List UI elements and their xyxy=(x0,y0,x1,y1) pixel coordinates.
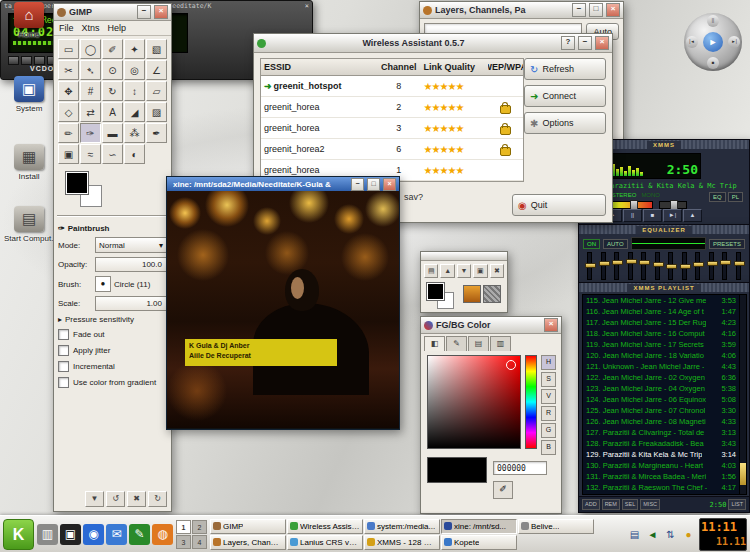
klipper-icon[interactable]: ▤ xyxy=(627,527,642,542)
kmix-icon[interactable]: ◄ xyxy=(645,527,660,542)
expander-arrow-icon[interactable]: ▸ xyxy=(58,315,62,324)
wifi-refresh-button[interactable]: ↻Refresh xyxy=(524,58,606,80)
brush-preview[interactable]: ● xyxy=(95,276,111,292)
menu-file[interactable]: File xyxy=(59,23,74,33)
wifi-network-row[interactable]: greenit_horea3★★★★★ xyxy=(261,118,523,139)
next-button[interactable]: ►| xyxy=(663,209,682,222)
task-button[interactable]: Kopete xyxy=(441,535,517,550)
channel-h-button[interactable]: H xyxy=(541,355,556,370)
firefox-icon[interactable]: ◍ xyxy=(152,524,173,545)
close-icon[interactable]: × xyxy=(154,5,168,19)
wireless-titlebar[interactable]: Wireless Assistant 0.5.7 ? − × xyxy=(254,34,612,53)
channel-v-button[interactable]: V xyxy=(541,389,556,404)
fgbg-titlebar[interactable]: FG/BG Color × xyxy=(421,317,561,334)
raise-layer-button[interactable]: ▲ xyxy=(440,264,454,278)
eq-slider[interactable] xyxy=(695,252,700,280)
lower-layer-button[interactable]: ▼ xyxy=(457,264,471,278)
crop-tool[interactable]: # xyxy=(80,81,101,101)
playlist-item[interactable]: 124. Jean Michel Jarre - 06 Equinox5:08 xyxy=(583,394,739,405)
playlist-titlebar[interactable]: XMMS PLAYLIST xyxy=(579,283,749,292)
delete-options-button[interactable]: ✖ xyxy=(127,491,146,507)
close-icon[interactable]: × xyxy=(305,2,309,10)
dock-titlebar[interactable] xyxy=(421,252,507,261)
seek-fwd-button[interactable]: ►| xyxy=(728,36,740,48)
eq-slider[interactable] xyxy=(668,252,673,280)
duplicate-layer-button[interactable]: ▣ xyxy=(473,264,487,278)
hex-color-input[interactable]: 000000 xyxy=(493,461,547,475)
perspective-tool[interactable]: ◇ xyxy=(58,102,79,122)
menu-help[interactable]: Help xyxy=(108,23,127,33)
ink-tool[interactable]: ✒ xyxy=(146,123,167,143)
pause-button[interactable]: || xyxy=(707,15,719,27)
close-icon[interactable]: × xyxy=(544,318,558,332)
checkbox[interactable] xyxy=(58,345,69,356)
playlist-item[interactable]: 130. Parazitii & Margineanu - Heart4:03 xyxy=(583,460,739,471)
show-desktop-icon[interactable]: ▥ xyxy=(37,524,58,545)
checkbox[interactable] xyxy=(58,377,69,388)
playlist-item[interactable]: 127. Parazitii & Clivaringz - Total de3:… xyxy=(583,427,739,438)
eyedropper-button[interactable]: ✐ xyxy=(493,481,513,499)
eq-slider[interactable] xyxy=(682,252,687,280)
eq-slider[interactable] xyxy=(601,252,606,280)
wifi-network-row[interactable]: greenit_horea26★★★★★ xyxy=(261,139,523,160)
scale-tool[interactable]: ↕ xyxy=(124,81,145,101)
move-tool[interactable]: ✥ xyxy=(58,81,79,101)
eq-slider[interactable] xyxy=(614,252,619,280)
pressure-sensitivity-expander[interactable]: Pressure sensitivity xyxy=(65,315,134,324)
zoom-tool[interactable]: ◎ xyxy=(124,60,145,80)
text-tool[interactable]: A xyxy=(102,102,123,122)
fuzzy-select-tool[interactable]: ✦ xyxy=(124,39,145,59)
play-button[interactable]: ► xyxy=(703,32,723,52)
saturation-value-square[interactable] xyxy=(427,355,521,449)
pl-toggle-button[interactable]: PL xyxy=(728,192,743,202)
eject-button[interactable]: ▲ xyxy=(683,209,702,222)
playlist-item[interactable]: 128. Parazitii & Freakadadisk - Bea3:43 xyxy=(583,438,739,449)
brush-preview[interactable] xyxy=(463,285,481,303)
pager-desktop-1[interactable]: 1 xyxy=(176,520,191,534)
playlist-item[interactable]: 126. Jean Michel Jarre - 08 Magneti4:33 xyxy=(583,416,739,427)
shear-tool[interactable]: ▱ xyxy=(146,81,167,101)
playlist-misc-button[interactable]: MISC xyxy=(640,499,660,510)
playlist-item[interactable]: 122. Jean Michel Jarre - 02 Oxygen6:36 xyxy=(583,372,739,383)
tab-scales[interactable]: ▥ xyxy=(490,336,511,351)
scale-slider[interactable]: 1.00 xyxy=(95,296,167,311)
close-icon[interactable]: × xyxy=(595,36,609,50)
maximize-icon[interactable]: □ xyxy=(589,3,603,17)
tab-watercolor[interactable]: ✎ xyxy=(446,336,467,351)
konsole-icon[interactable]: ▣ xyxy=(60,524,81,545)
eq-slider[interactable] xyxy=(628,252,633,280)
select-by-color-tool[interactable]: ▧ xyxy=(146,39,167,59)
pattern-preview[interactable] xyxy=(483,285,501,303)
seek-back-button[interactable]: |◄ xyxy=(686,36,698,48)
eq-toggle-button[interactable]: EQ xyxy=(709,192,726,202)
paths-tool[interactable]: ➴ xyxy=(80,60,101,80)
minimize-icon[interactable]: − xyxy=(351,178,364,191)
playlist-item[interactable]: 123. Jean Michel Jarre - 04 Oxygen5:38 xyxy=(583,383,739,394)
pager-desktop-2[interactable]: 2 xyxy=(192,520,207,534)
media-vcdo-button[interactable]: VCDO xyxy=(30,65,54,72)
maximize-icon[interactable]: □ xyxy=(367,178,380,191)
blur-tool[interactable]: ≈ xyxy=(80,144,101,164)
playlist-rem-button[interactable]: REM xyxy=(602,499,620,510)
task-button[interactable]: Belive... xyxy=(518,519,594,534)
dodge-burn-tool[interactable]: ◐ xyxy=(124,144,145,164)
foreground-color-swatch[interactable] xyxy=(66,172,88,194)
checkbox[interactable] xyxy=(58,329,69,340)
hue-strip[interactable] xyxy=(525,355,537,449)
task-button[interactable]: xine: /mnt/sd... xyxy=(441,519,517,534)
col-channel[interactable]: Channel xyxy=(377,62,420,72)
shuttle-wheel[interactable]: ► |◄ ►| || ■ xyxy=(684,13,742,71)
reset-options-button[interactable]: ↻ xyxy=(148,491,167,507)
delete-layer-button[interactable]: ✖ xyxy=(490,264,504,278)
playlist-item[interactable]: 131. Parazitii & Mircea Badea - Meri1:56 xyxy=(583,471,739,482)
panel-button[interactable] xyxy=(34,56,45,65)
task-button[interactable]: XMMS - 128 Pa... xyxy=(364,535,440,550)
quit-button[interactable]: ◉ Quit xyxy=(512,194,606,216)
playlist-item[interactable]: 116. Jean Michel Jarre - 14 Age of t1:47 xyxy=(583,306,739,317)
kmenu-button[interactable]: K xyxy=(3,519,34,550)
channel-g-button[interactable]: G xyxy=(541,423,556,438)
pager-desktop-4[interactable]: 4 xyxy=(192,535,207,549)
scissors-select-tool[interactable]: ✂ xyxy=(58,60,79,80)
col-wep[interactable]: WEP/WPA xyxy=(488,62,524,72)
task-button[interactable]: system:/media... xyxy=(364,519,440,534)
